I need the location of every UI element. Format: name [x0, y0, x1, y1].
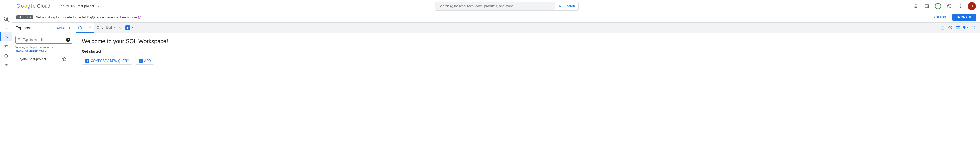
ws-info-button[interactable]: [947, 24, 954, 31]
svg-point-25: [71, 59, 71, 59]
chevron-down-icon: [96, 4, 101, 8]
more-vert-icon: [69, 57, 73, 61]
svg-rect-29: [956, 26, 960, 29]
chevron-down-icon: [83, 26, 86, 29]
search-help-icon[interactable]: ?: [66, 38, 70, 42]
lightbulb-icon: [963, 26, 966, 30]
home-icon: [78, 26, 82, 29]
svg-point-12: [916, 7, 917, 8]
add-resource-button[interactable]: + ADD: [135, 57, 154, 64]
search-container: Search: [105, 2, 908, 11]
new-tab-button[interactable]: +: [124, 22, 135, 32]
rail-dot-item[interactable]: [0, 25, 11, 31]
free-trial-badge: 1: [935, 3, 941, 9]
node-more-button[interactable]: [68, 56, 73, 61]
tab-untitled[interactable]: Untitled: [94, 22, 124, 32]
search-box: Search: [435, 2, 579, 11]
tab-label: Untitled: [102, 26, 112, 29]
upgrade-button[interactable]: UPGRADE: [952, 14, 976, 21]
project-selector[interactable]: YDTAK test project: [57, 2, 104, 10]
explorer-add-button[interactable]: ADD: [52, 26, 64, 30]
svg-point-10: [914, 7, 915, 8]
main-area: SANDBOX Set up billing to upgrade to the…: [12, 12, 980, 159]
explorer-search-row: ?: [12, 34, 76, 45]
free-trial-status[interactable]: 1: [933, 1, 943, 11]
ws-keyboard-button[interactable]: [955, 24, 962, 31]
account-avatar[interactable]: D: [968, 2, 976, 10]
rail-bigquery-home[interactable]: [0, 13, 11, 25]
chevron-down-icon: [113, 26, 116, 29]
apps-button[interactable]: [910, 1, 921, 11]
rail-scheduled-queries[interactable]: [0, 51, 11, 61]
star-outline-icon: [62, 57, 66, 61]
welcome-heading: Welcome to your SQL Workspace!: [82, 38, 974, 45]
banner-text: Set up billing to upgrade to the full Bi…: [36, 15, 141, 19]
tag-search-icon: [4, 63, 8, 68]
learn-more-link[interactable]: Learn more: [120, 15, 141, 19]
welcome-actions: + COMPOSE A NEW QUERY + ADD: [82, 57, 974, 64]
explorer-header: Explorer ADD: [12, 22, 76, 34]
compose-query-button[interactable]: + COMPOSE A NEW QUERY: [82, 57, 132, 64]
svg-point-15: [949, 7, 950, 7]
keyboard-icon: [956, 26, 960, 30]
explorer-search[interactable]: ?: [15, 36, 73, 43]
dismiss-button[interactable]: DISMISS: [929, 14, 949, 21]
svg-point-20: [6, 45, 7, 46]
apps-grid-icon: [913, 4, 918, 8]
show-starred-only-link[interactable]: SHOW STARRED ONLY: [12, 49, 76, 55]
project-node-label: ydtak-test-project: [21, 57, 60, 61]
tab-home[interactable]: [76, 22, 94, 32]
search-icon: [18, 38, 21, 42]
project-icon: [60, 4, 64, 8]
svg-point-26: [71, 60, 71, 60]
rail-analytics-hub[interactable]: [0, 61, 11, 70]
google-cloud-logo[interactable]: Google Cloud: [14, 3, 52, 9]
home-icon: [940, 26, 945, 30]
editor-tabs-row: Untitled +: [76, 22, 980, 33]
rail-sql-workspace[interactable]: [0, 32, 12, 41]
chevron-down-icon: [966, 26, 969, 29]
collapse-panel-button[interactable]: [66, 25, 73, 32]
explorer-search-input[interactable]: [23, 38, 65, 42]
tabs-right-actions: [939, 22, 978, 32]
star-button[interactable]: [62, 56, 67, 61]
project-name: YDTAK test project: [66, 4, 94, 8]
plus-icon: [52, 26, 56, 30]
tab-close-button[interactable]: [118, 26, 122, 30]
project-tree-node[interactable]: ydtak-test-project: [12, 55, 76, 63]
search-button[interactable]: Search: [555, 2, 579, 11]
svg-point-2: [61, 6, 62, 8]
cloud-shell-button[interactable]: [921, 1, 932, 11]
nav-menu-button[interactable]: [2, 1, 12, 11]
workspace-panel: Untitled +: [76, 22, 980, 159]
query-icon: [96, 26, 100, 29]
svg-point-27: [97, 26, 99, 29]
terminal-icon: [924, 4, 929, 8]
tab-close-button[interactable]: [88, 25, 92, 30]
rail-migration[interactable]: [0, 42, 11, 51]
svg-rect-13: [925, 5, 929, 8]
help-button[interactable]: [944, 1, 955, 11]
svg-point-6: [916, 4, 917, 5]
global-search-input[interactable]: [435, 2, 555, 11]
plus-box-icon: +: [85, 59, 89, 63]
ws-home-button[interactable]: [939, 24, 946, 31]
close-icon: [88, 26, 92, 29]
body-layout: SANDBOX Set up billing to upgrade to the…: [0, 12, 980, 159]
fullscreen-icon: [971, 26, 975, 30]
close-icon: [118, 26, 122, 29]
svg-point-8: [915, 6, 916, 6]
chevron-down-icon: [131, 26, 134, 29]
more-vert-icon: [958, 4, 963, 8]
external-link-icon: [138, 16, 141, 19]
dot-icon: [6, 28, 7, 29]
content-row: Explorer ADD ? Viewing: [12, 22, 980, 159]
ws-fullscreen-button[interactable]: [970, 24, 977, 31]
ws-features-button[interactable]: [962, 24, 969, 31]
svg-point-9: [916, 6, 917, 6]
header-utilities: 1 D: [910, 1, 978, 11]
search-icon: [558, 4, 563, 8]
expand-arrow-icon: [15, 57, 19, 61]
more-options-button[interactable]: [955, 1, 966, 11]
global-header: Google Cloud YDTAK test project Search 1: [0, 0, 980, 12]
